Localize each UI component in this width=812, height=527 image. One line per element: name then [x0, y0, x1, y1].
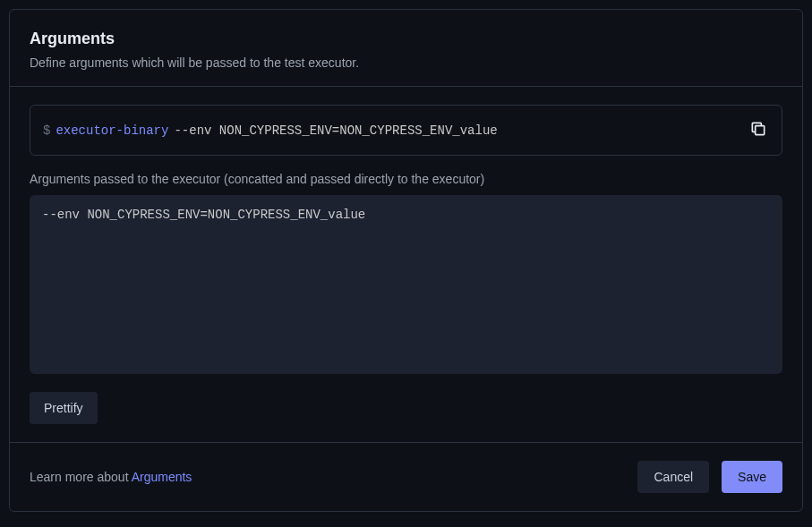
learn-more-text: Learn more about Arguments — [30, 470, 192, 484]
svg-rect-0 — [756, 126, 765, 135]
save-button[interactable]: Save — [722, 461, 782, 493]
footer-actions: Cancel Save — [637, 461, 782, 493]
executor-binary-label: executor-binary — [56, 123, 168, 138]
panel-header: Arguments Define arguments which will be… — [10, 10, 802, 87]
panel-subtitle: Define arguments which will be passed to… — [30, 55, 782, 70]
prompt-symbol: $ — [43, 123, 50, 138]
command-line: $ executor-binary --env NON_CYPRESS_ENV=… — [43, 123, 498, 138]
prettify-button[interactable]: Prettify — [30, 392, 98, 424]
arguments-link[interactable]: Arguments — [132, 470, 192, 484]
copy-button[interactable] — [748, 118, 769, 142]
cancel-button[interactable]: Cancel — [637, 461, 709, 493]
copy-icon — [749, 120, 767, 140]
arguments-textarea[interactable] — [30, 195, 782, 374]
command-args: --env NON_CYPRESS_ENV=NON_CYPRESS_ENV_va… — [174, 123, 497, 138]
arguments-panel: Arguments Define arguments which will be… — [9, 9, 803, 512]
command-preview: $ executor-binary --env NON_CYPRESS_ENV=… — [30, 105, 782, 156]
panel-title: Arguments — [30, 30, 782, 48]
panel-footer: Learn more about Arguments Cancel Save — [10, 442, 802, 511]
args-label: Arguments passed to the executor (concat… — [30, 172, 782, 186]
learn-prefix: Learn more about — [30, 470, 132, 484]
panel-body: $ executor-binary --env NON_CYPRESS_ENV=… — [10, 87, 802, 442]
